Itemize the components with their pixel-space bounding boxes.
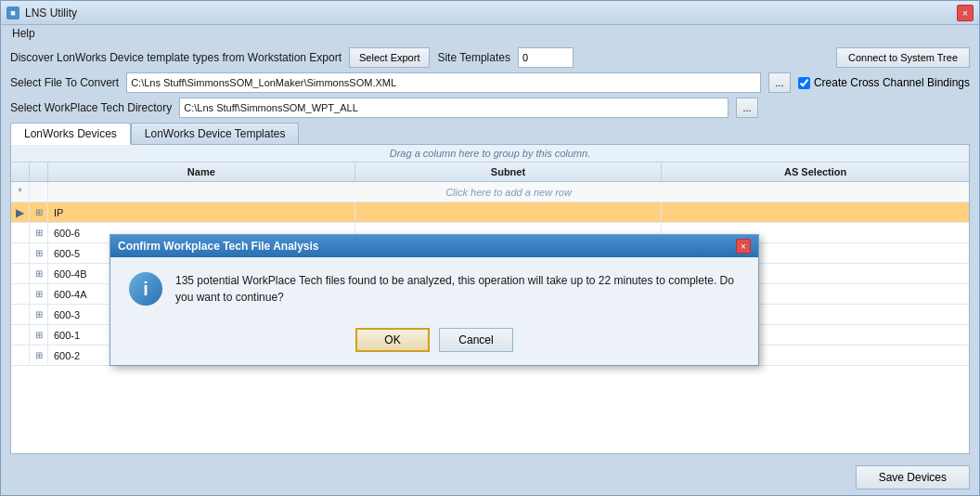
modal-overlay: Confirm Workplace Tech File Analysis × i… [0, 0, 980, 496]
modal-title-bar: Confirm Workplace Tech File Analysis × [110, 235, 758, 257]
modal-close-button[interactable]: × [736, 239, 751, 254]
modal-info-icon: i [129, 272, 162, 306]
confirm-dialog: Confirm Workplace Tech File Analysis × i… [110, 234, 759, 366]
modal-title: Confirm Workplace Tech File Analysis [118, 240, 319, 253]
modal-body: i 135 potential WorkPlace Tech files fou… [110, 257, 758, 320]
modal-buttons: OK Cancel [110, 320, 758, 365]
modal-cancel-button[interactable]: Cancel [439, 328, 513, 352]
modal-ok-button[interactable]: OK [355, 328, 430, 352]
modal-message: 135 potential WorkPlace Tech files found… [175, 272, 740, 306]
